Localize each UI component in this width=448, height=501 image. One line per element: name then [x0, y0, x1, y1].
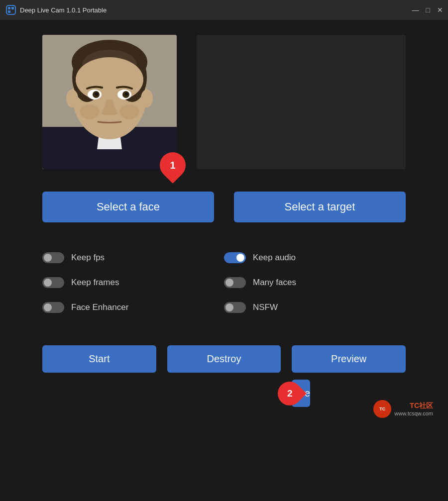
toggle-row-many-faces: Many faces	[224, 277, 406, 288]
toggle-keep-audio[interactable]	[224, 252, 246, 263]
minimize-button[interactable]: —	[412, 6, 419, 13]
buttons-row: Select a face Select a target	[42, 192, 406, 222]
toggles-left: Keep fps Keep frames Face Enhancer	[42, 252, 224, 313]
toggle-face-enhancer[interactable]	[42, 302, 64, 313]
preview-button[interactable]: Preview	[292, 345, 406, 373]
watermark-logo-row: TC TC社区 www.tcsqw.com	[373, 400, 433, 418]
face-section: 1	[42, 35, 177, 169]
label-keep-fps: Keep fps	[71, 253, 105, 263]
svg-point-14	[76, 57, 143, 102]
label-nsfw: NSFW	[253, 302, 278, 312]
svg-point-22	[141, 90, 153, 107]
maximize-button[interactable]: □	[426, 6, 430, 13]
close-button[interactable]: ✕	[437, 6, 443, 13]
target-section	[197, 35, 406, 169]
toggle-nsfw[interactable]	[224, 302, 246, 313]
titlebar-icon	[6, 5, 16, 15]
watermark: TC TC社区 www.tcsqw.com	[373, 400, 433, 418]
toggles-section: Keep fps Keep frames Face Enhancer	[42, 252, 406, 313]
toggle-keep-fps[interactable]	[42, 252, 64, 263]
toggle-many-faces[interactable]	[224, 277, 246, 288]
svg-point-24	[119, 104, 139, 119]
toggles-right: Keep audio Many faces NSFW	[224, 252, 406, 313]
label-keep-frames: Keep frames	[71, 278, 119, 288]
titlebar-title: Deep Live Cam 1.0.1 Portable	[20, 6, 107, 14]
toggle-row-keep-audio: Keep audio	[224, 252, 406, 263]
label-face-enhancer: Face Enhancer	[71, 302, 128, 312]
svg-rect-2	[11, 7, 14, 9]
svg-point-21	[66, 90, 78, 107]
svg-rect-1	[8, 7, 10, 9]
label-keep-audio: Keep audio	[253, 253, 296, 263]
watermark-line2: www.tcsqw.com	[394, 410, 433, 416]
watermark-logo: TC	[373, 400, 391, 418]
watermark-text-group: TC社区 www.tcsqw.com	[394, 401, 433, 416]
select-face-button[interactable]: Select a face	[42, 192, 214, 222]
face-image	[42, 35, 177, 169]
svg-point-20	[125, 93, 128, 96]
svg-point-23	[80, 104, 100, 119]
titlebar: Deep Live Cam 1.0.1 Portable — □ ✕	[0, 0, 448, 20]
toggle-row-keep-frames: Keep frames	[42, 277, 224, 288]
toggle-row-keep-fps: Keep fps	[42, 252, 224, 263]
svg-point-19	[95, 93, 98, 96]
toggle-row-face-enhancer: Face Enhancer	[42, 302, 224, 313]
top-row: 1	[42, 35, 406, 169]
destroy-button[interactable]: Destroy	[167, 345, 281, 373]
toggle-row-nsfw: NSFW	[224, 302, 406, 313]
right-buttons-group: Preview 2 Live	[292, 345, 406, 407]
toggle-keep-frames[interactable]	[42, 277, 64, 288]
svg-rect-3	[8, 10, 10, 13]
start-button[interactable]: Start	[42, 345, 156, 373]
svg-rect-0	[6, 5, 15, 14]
select-target-button[interactable]: Select a target	[234, 192, 406, 222]
label-many-faces: Many faces	[253, 278, 296, 288]
titlebar-controls: — □ ✕	[412, 6, 443, 13]
watermark-line1: TC社区	[394, 401, 433, 410]
action-buttons: Start Destroy Preview 2 Live	[42, 345, 406, 407]
